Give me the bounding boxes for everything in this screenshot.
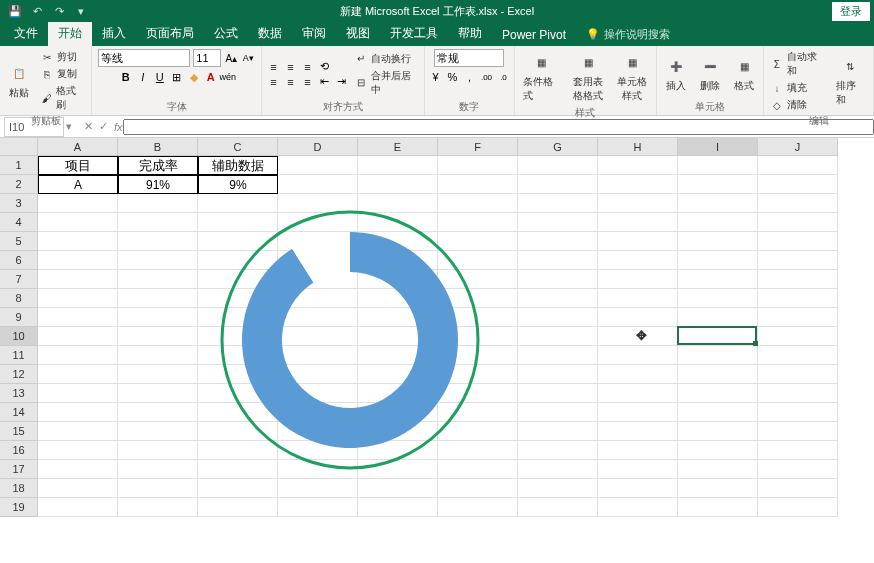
delete-cells-button[interactable]: ➖删除 xyxy=(695,53,725,95)
cell-A6[interactable] xyxy=(38,251,118,270)
cell-A1[interactable]: 项目 xyxy=(38,156,118,175)
cell-G10[interactable] xyxy=(518,327,598,346)
cell-H14[interactable] xyxy=(598,403,678,422)
row-header-12[interactable]: 12 xyxy=(0,365,38,384)
redo-icon[interactable]: ↷ xyxy=(52,4,66,18)
cell-H17[interactable] xyxy=(598,460,678,479)
cell-B12[interactable] xyxy=(118,365,198,384)
cut-button[interactable]: ✂剪切 xyxy=(38,49,87,65)
fx-icon[interactable]: fx xyxy=(114,121,123,133)
cell-H9[interactable] xyxy=(598,308,678,327)
save-icon[interactable]: 💾 xyxy=(8,4,22,18)
enter-icon[interactable]: ✓ xyxy=(99,120,108,133)
cell-F1[interactable] xyxy=(438,156,518,175)
row-header-10[interactable]: 10 xyxy=(0,327,38,346)
col-header-B[interactable]: B xyxy=(118,138,198,156)
tab-formulas[interactable]: 公式 xyxy=(204,21,248,46)
cell-A8[interactable] xyxy=(38,289,118,308)
cell-I7[interactable] xyxy=(678,270,758,289)
align-top-icon[interactable]: ≡ xyxy=(266,60,280,74)
cell-C2[interactable]: 9% xyxy=(198,175,278,194)
cell-F2[interactable] xyxy=(438,175,518,194)
row-header-6[interactable]: 6 xyxy=(0,251,38,270)
paste-button[interactable]: 📋 粘贴 xyxy=(4,60,34,102)
decrease-decimal-icon[interactable]: .0 xyxy=(496,70,510,84)
login-button[interactable]: 登录 xyxy=(832,2,870,21)
cell-J12[interactable] xyxy=(758,365,838,384)
cell-G5[interactable] xyxy=(518,232,598,251)
cell-A17[interactable] xyxy=(38,460,118,479)
col-header-C[interactable]: C xyxy=(198,138,278,156)
row-header-17[interactable]: 17 xyxy=(0,460,38,479)
cell-B16[interactable] xyxy=(118,441,198,460)
row-header-9[interactable]: 9 xyxy=(0,308,38,327)
increase-font-icon[interactable]: A▴ xyxy=(224,51,238,65)
cell-G11[interactable] xyxy=(518,346,598,365)
cell-I8[interactable] xyxy=(678,289,758,308)
font-color-icon[interactable]: A xyxy=(204,70,218,84)
cell-C1[interactable]: 辅助数据 xyxy=(198,156,278,175)
row-header-5[interactable]: 5 xyxy=(0,232,38,251)
cell-A4[interactable] xyxy=(38,213,118,232)
cell-H5[interactable] xyxy=(598,232,678,251)
row-header-2[interactable]: 2 xyxy=(0,175,38,194)
col-header-G[interactable]: G xyxy=(518,138,598,156)
cell-A19[interactable] xyxy=(38,498,118,517)
decrease-font-icon[interactable]: A▾ xyxy=(241,51,255,65)
cell-J14[interactable] xyxy=(758,403,838,422)
cell-B17[interactable] xyxy=(118,460,198,479)
align-bottom-icon[interactable]: ≡ xyxy=(300,60,314,74)
cell-J16[interactable] xyxy=(758,441,838,460)
cell-A7[interactable] xyxy=(38,270,118,289)
cell-H13[interactable] xyxy=(598,384,678,403)
table-format-button[interactable]: ▦套用表格格式 xyxy=(568,49,608,105)
col-header-J[interactable]: J xyxy=(758,138,838,156)
tab-help[interactable]: 帮助 xyxy=(448,21,492,46)
cell-J1[interactable] xyxy=(758,156,838,175)
cell-A13[interactable] xyxy=(38,384,118,403)
fill-button[interactable]: ↓填充 xyxy=(768,80,828,96)
tab-view[interactable]: 视图 xyxy=(336,21,380,46)
align-right-icon[interactable]: ≡ xyxy=(300,75,314,89)
align-left-icon[interactable]: ≡ xyxy=(266,75,280,89)
cell-B5[interactable] xyxy=(118,232,198,251)
cell-G4[interactable] xyxy=(518,213,598,232)
sort-filter-button[interactable]: ⇅排序和 xyxy=(832,53,869,109)
bold-icon[interactable]: B xyxy=(119,70,133,84)
comma-icon[interactable]: , xyxy=(462,70,476,84)
row-header-13[interactable]: 13 xyxy=(0,384,38,403)
cell-J4[interactable] xyxy=(758,213,838,232)
cell-J11[interactable] xyxy=(758,346,838,365)
cell-G15[interactable] xyxy=(518,422,598,441)
cell-J7[interactable] xyxy=(758,270,838,289)
row-header-3[interactable]: 3 xyxy=(0,194,38,213)
tab-file[interactable]: 文件 xyxy=(4,21,48,46)
cell-J6[interactable] xyxy=(758,251,838,270)
cell-A11[interactable] xyxy=(38,346,118,365)
cell-H11[interactable] xyxy=(598,346,678,365)
cell-G18[interactable] xyxy=(518,479,598,498)
cell-I6[interactable] xyxy=(678,251,758,270)
cell-A2[interactable]: A xyxy=(38,175,118,194)
cell-A16[interactable] xyxy=(38,441,118,460)
cell-J10[interactable] xyxy=(758,327,838,346)
cell-B2[interactable]: 91% xyxy=(118,175,198,194)
cell-style-button[interactable]: ▦单元格样式 xyxy=(612,49,652,105)
cell-J15[interactable] xyxy=(758,422,838,441)
tab-developer[interactable]: 开发工具 xyxy=(380,21,448,46)
cell-E18[interactable] xyxy=(358,479,438,498)
number-format-select[interactable] xyxy=(434,49,504,67)
cell-A12[interactable] xyxy=(38,365,118,384)
cell-J9[interactable] xyxy=(758,308,838,327)
col-header-H[interactable]: H xyxy=(598,138,678,156)
cell-A14[interactable] xyxy=(38,403,118,422)
cell-H2[interactable] xyxy=(598,175,678,194)
col-header-I[interactable]: I xyxy=(678,138,758,156)
cell-G8[interactable] xyxy=(518,289,598,308)
phonetic-icon[interactable]: wén xyxy=(221,70,235,84)
cell-B9[interactable] xyxy=(118,308,198,327)
cell-I12[interactable] xyxy=(678,365,758,384)
cell-H6[interactable] xyxy=(598,251,678,270)
font-name-select[interactable] xyxy=(98,49,190,67)
cell-B6[interactable] xyxy=(118,251,198,270)
